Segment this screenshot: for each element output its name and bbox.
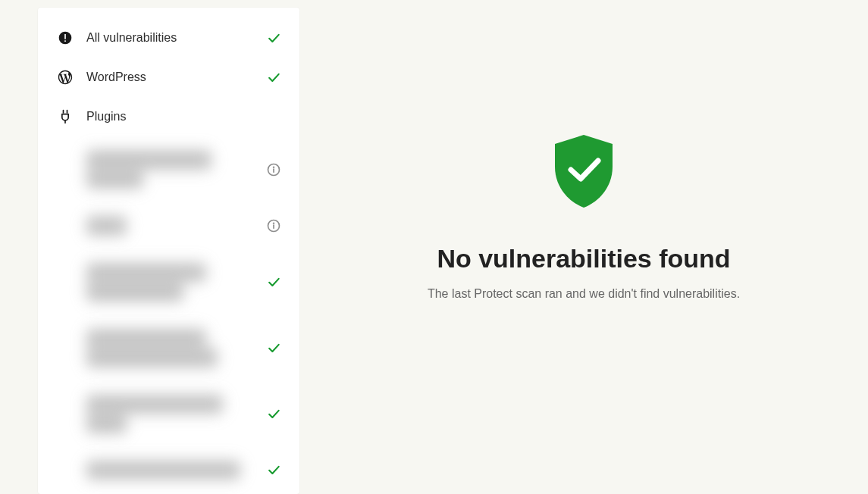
plugin-name-blurred: xxxxxxx [86,216,260,236]
check-icon [266,274,281,289]
sidebar-item-label: WordPress [86,70,266,84]
svg-point-8 [274,223,274,224]
svg-point-5 [274,167,274,167]
sidebar-item-plugins[interactable]: Plugins [38,97,299,136]
sidebar-item-all-vulnerabilities[interactable]: All vulnerabilities [38,18,299,58]
check-icon [266,30,281,45]
plugin-icon [56,108,74,126]
plugin-item[interactable]: xxxxxxx [50,202,299,249]
plugin-item[interactable]: xxxxxxxxxxxxxxxxxxxxx xxxxxxxxxxxxxxxxx [50,249,299,315]
plugin-item[interactable]: xxxxxxxxxxxxxxxxxxxxx xxxxxxxxxxxxxxxxxx… [50,315,299,381]
check-icon [266,462,281,477]
wordpress-icon [56,68,74,86]
svg-rect-2 [64,40,66,42]
plugin-name-blurred: xxxxxxxxxxxxxxxxxxxxxxxx xxxxxxx [86,395,260,433]
plugin-name-blurred: xxxxxxxxxxxxxxxxxxxxxxxxxxx [86,461,260,480]
plugin-list: xxxxxxxxxxxxxxxxxxxxxx xxxxxxxxxx xxxxxx… [38,136,299,493]
sidebar-item-label: All vulnerabilities [86,31,266,45]
sidebar-item-wordpress[interactable]: WordPress [38,58,299,97]
check-icon [266,406,281,421]
main-subtitle: The last Protect scan ran and we didn't … [428,287,740,301]
check-icon [266,340,281,355]
plugin-name-blurred: xxxxxxxxxxxxxxxxxxxxx xxxxxxxxxxxxxxxxxx… [86,329,260,367]
plugin-name-blurred: xxxxxxxxxxxxxxxxxxxxxx xxxxxxxxxx [86,150,260,189]
main-title: No vulnerabilities found [437,244,730,274]
alert-circle-icon [56,29,74,47]
plugin-item[interactable]: xxxxxxxxxxxxxxxxxxxxxx xxxxxxxxxx [50,136,299,202]
info-icon [266,162,281,177]
svg-rect-1 [64,34,66,39]
check-icon [266,70,281,85]
main-content: No vulnerabilities found The last Protec… [299,0,868,494]
shield-check-icon [550,133,618,212]
plugin-item[interactable]: xxxxxxxxxxxxxxxxxxxxxxxxxxx [50,447,299,494]
sidebar: All vulnerabilities WordPress Plugins xx… [38,8,299,494]
info-icon [266,218,281,233]
plugin-name-blurred: xxxxxxxxxxxxxxxxxxxxx xxxxxxxxxxxxxxxxx [86,263,260,302]
plugin-item[interactable]: xxxxxxxxxxxxxxxxxxxxxxxx xxxxxxx [50,381,299,447]
sidebar-item-label: Plugins [86,110,281,123]
